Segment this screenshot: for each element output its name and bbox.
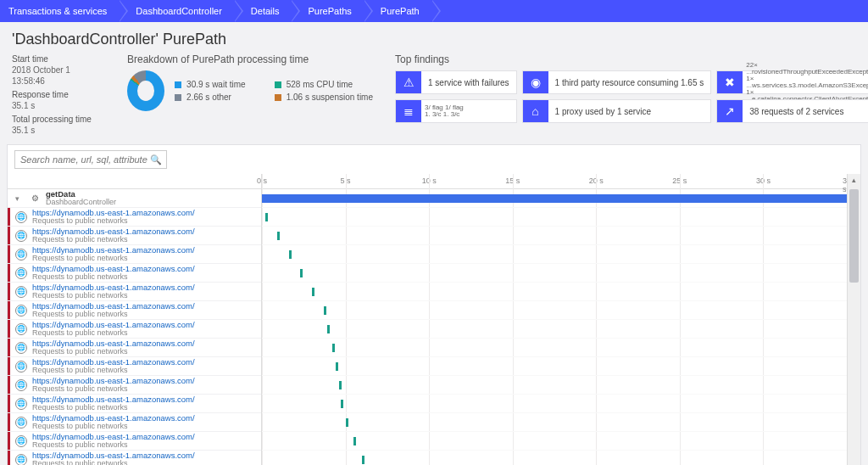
- method-icon: ⚙: [29, 193, 41, 204]
- finding-icon: ⚠: [396, 71, 421, 93]
- breadcrumb-item[interactable]: PurePath: [364, 0, 431, 22]
- globe-icon: 🌐: [15, 361, 27, 373]
- finding-card[interactable]: ↗38 requests of 2 services: [716, 99, 868, 123]
- error-marker: [8, 357, 10, 375]
- span-bar[interactable]: [327, 325, 330, 333]
- breadcrumb-item[interactable]: DashboardController: [119, 0, 234, 22]
- trace-row[interactable]: 🌐https://dynamodb.us-east-1.amazonaws.co…: [8, 208, 261, 227]
- globe-icon: 🌐: [15, 342, 27, 354]
- error-marker: [8, 301, 10, 319]
- finding-card[interactable]: ⚠1 service with failures: [395, 70, 517, 94]
- span-bar[interactable]: [336, 362, 338, 371]
- error-marker: [8, 320, 10, 338]
- trace-root-row[interactable]: ▾ ⚙ getData DashboardController: [8, 189, 261, 208]
- breadcrumb-item[interactable]: Transactions & services: [0, 0, 119, 22]
- trace-row[interactable]: 🌐https://dynamodb.us-east-1.amazonaws.co…: [8, 320, 261, 339]
- trace-row[interactable]: 🌐https://dynamodb.us-east-1.amazonaws.co…: [8, 283, 261, 301]
- error-marker: [8, 395, 10, 412]
- span-bar[interactable]: [353, 437, 356, 445]
- globe-icon: 🌐: [15, 417, 27, 429]
- globe-icon: 🌐: [15, 323, 27, 335]
- globe-icon: 🌐: [15, 230, 27, 242]
- trace-row[interactable]: 🌐https://dynamodb.us-east-1.amazonaws.co…: [8, 413, 261, 432]
- span-bar[interactable]: [346, 418, 348, 427]
- findings-panel: Top findings ⚠1 service with failures◉1 …: [395, 53, 868, 123]
- page-title: 'DashboardController' PurePath: [12, 31, 856, 48]
- legend-item: 30.9 s wait time: [175, 80, 256, 89]
- scroll-up-icon[interactable]: ▴: [848, 174, 860, 186]
- search-icon: 🔍: [150, 154, 162, 165]
- span-bar[interactable]: [332, 344, 335, 352]
- span-bar[interactable]: [341, 400, 343, 408]
- span-bar[interactable]: [289, 250, 292, 259]
- trace-row[interactable]: 🌐https://dynamodb.us-east-1.amazonaws.co…: [8, 339, 261, 357]
- scroll-thumb[interactable]: [849, 189, 859, 283]
- globe-icon: 🌐: [15, 211, 27, 223]
- globe-icon: 🌐: [15, 267, 27, 279]
- timeline-chart[interactable]: 0 s5 s10 s15 s20 s25 s30 s35 s: [262, 174, 847, 465]
- error-marker: [8, 413, 10, 431]
- error-marker: [8, 339, 10, 356]
- finding-card[interactable]: ◉1 third party resource consuming 1.65 s: [522, 70, 712, 94]
- finding-card[interactable]: ≣3/ flag 1/ flag1. 3/c 1. 3/c: [395, 99, 517, 123]
- trace-row[interactable]: 🌐https://dynamodb.us-east-1.amazonaws.co…: [8, 376, 261, 395]
- header: 'DashboardController' PurePath Start tim…: [0, 22, 868, 141]
- scrollbar[interactable]: ▴ ▾: [847, 174, 860, 465]
- trace-row[interactable]: 🌐https://dynamodb.us-east-1.amazonaws.co…: [8, 432, 261, 451]
- breakdown-donut-chart: [127, 70, 164, 111]
- span-bar[interactable]: [362, 456, 364, 464]
- search-input[interactable]: [14, 150, 167, 169]
- trace-row[interactable]: 🌐https://dynamodb.us-east-1.amazonaws.co…: [8, 301, 261, 320]
- error-marker: [8, 451, 10, 465]
- trace-row[interactable]: 🌐https://dynamodb.us-east-1.amazonaws.co…: [8, 451, 261, 465]
- trace-row[interactable]: 🌐https://dynamodb.us-east-1.amazonaws.co…: [8, 227, 261, 245]
- legend-item: 1.06 s suspension time: [275, 92, 373, 102]
- globe-icon: 🌐: [15, 305, 27, 317]
- finding-icon: ✖: [717, 71, 743, 93]
- breakdown-panel: Breakdown of PurePath processing time 30…: [127, 53, 373, 111]
- error-marker: [8, 283, 10, 300]
- trace-panel: 🔍 ▾ ⚙ getData DashboardController 🌐https…: [7, 144, 861, 465]
- legend-item: 2.66 s other: [175, 92, 256, 102]
- globe-icon: 🌐: [15, 249, 27, 261]
- trace-row[interactable]: 🌐https://dynamodb.us-east-1.amazonaws.co…: [8, 395, 261, 413]
- error-marker: [8, 432, 10, 450]
- error-marker: [8, 245, 10, 263]
- error-marker: [8, 376, 10, 394]
- finding-card[interactable]: ✖22× ...rovisionedThroughputExceededExce…: [716, 70, 868, 94]
- breadcrumb-item[interactable]: PurePaths: [291, 0, 363, 22]
- trace-row[interactable]: 🌐https://dynamodb.us-east-1.amazonaws.co…: [8, 264, 261, 283]
- span-bar[interactable]: [312, 288, 314, 296]
- globe-icon: 🌐: [15, 454, 27, 466]
- span-bar[interactable]: [262, 194, 847, 203]
- meta-panel: Start time 2018 October 1 13:58:46 Respo…: [12, 53, 105, 136]
- span-bar[interactable]: [300, 269, 303, 277]
- globe-icon: 🌐: [15, 435, 27, 447]
- finding-icon: ≣: [396, 100, 421, 122]
- globe-icon: 🌐: [15, 286, 27, 298]
- search-input-wrap: 🔍: [14, 150, 167, 169]
- globe-icon: 🌐: [15, 379, 27, 391]
- span-bar[interactable]: [339, 381, 342, 389]
- globe-icon: 🌐: [15, 398, 27, 410]
- finding-card[interactable]: ⌂1 proxy used by 1 service: [522, 99, 712, 123]
- legend-item: 528 ms CPU time: [275, 80, 373, 89]
- trace-row[interactable]: 🌐https://dynamodb.us-east-1.amazonaws.co…: [8, 245, 261, 264]
- chevron-down-icon[interactable]: ▾: [15, 194, 25, 203]
- breadcrumb: Transactions & servicesDashboardControll…: [0, 0, 868, 22]
- trace-tree: ▾ ⚙ getData DashboardController 🌐https:/…: [8, 174, 262, 465]
- finding-icon: ⌂: [523, 100, 548, 122]
- trace-row[interactable]: 🌐https://dynamodb.us-east-1.amazonaws.co…: [8, 357, 261, 376]
- finding-icon: ↗: [717, 100, 743, 122]
- finding-icon: ◉: [523, 71, 548, 93]
- span-bar[interactable]: [277, 232, 280, 240]
- span-bar[interactable]: [324, 306, 326, 315]
- span-bar[interactable]: [265, 213, 268, 221]
- error-marker: [8, 208, 10, 226]
- error-marker: [8, 264, 10, 282]
- error-marker: [8, 227, 10, 244]
